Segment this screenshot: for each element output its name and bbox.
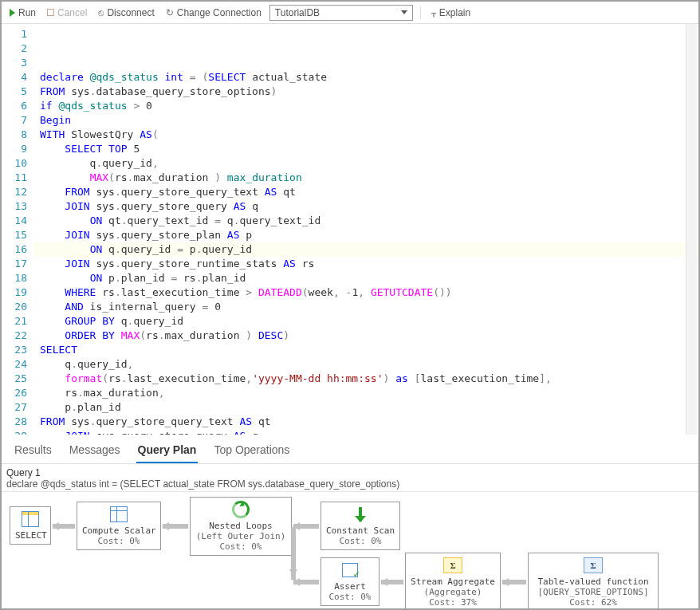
code-line[interactable]: if @qds_status > 0 bbox=[33, 99, 698, 113]
run-label: Run bbox=[18, 7, 36, 18]
code-line[interactable]: SELECT bbox=[33, 343, 698, 357]
compute-scalar-icon bbox=[82, 505, 155, 524]
plan-header: Query 1 declare @qds_status int = (SELEC… bbox=[2, 464, 698, 492]
plan-node-cost: Cost: 0% bbox=[82, 536, 155, 546]
plan-node-tvf[interactable]: Σ Table-valued function [QUERY_STORE_OPT… bbox=[528, 553, 659, 608]
code-line[interactable]: JOIN sys.query_store_runtime_stats AS rs bbox=[33, 257, 698, 271]
database-selected-value: TutorialDB bbox=[275, 7, 320, 18]
disconnect-icon: ⎋ bbox=[98, 7, 104, 18]
code-line[interactable]: JOIN sys.query_store_query AS q bbox=[33, 199, 698, 214]
code-line[interactable]: FROM sys.query_store_query_text AS qt bbox=[33, 185, 698, 199]
plan-node-assert[interactable]: Assert Cost: 0% bbox=[321, 557, 379, 606]
code-line[interactable]: ON qt.query_text_id = q.query_text_id bbox=[33, 214, 698, 228]
query-plan-panel: Query 1 declare @qds_status int = (SELEC… bbox=[2, 464, 698, 608]
plan-node-cost: Cost: 0% bbox=[326, 592, 374, 602]
code-line[interactable]: SELECT TOP 5 bbox=[33, 142, 698, 156]
plan-node-label: Stream Aggregate bbox=[411, 577, 495, 587]
code-line[interactable]: WHERE rs.last_execution_time > DATEADD(w… bbox=[33, 285, 698, 300]
tvf-icon: Σ bbox=[533, 556, 653, 575]
disconnect-label: Disconnect bbox=[107, 7, 154, 18]
disconnect-button[interactable]: ⎋ Disconnect bbox=[95, 6, 157, 20]
plan-node-cost: Cost: 0% bbox=[326, 536, 395, 546]
code-line[interactable]: AND is_internal_query = 0 bbox=[33, 300, 698, 314]
plan-query-number: Query 1 bbox=[6, 467, 694, 478]
plan-node-label: Table-valued function bbox=[533, 577, 653, 587]
explain-icon: ᚁ bbox=[431, 7, 436, 18]
plan-node-label: Constant Scan bbox=[326, 525, 395, 536]
plan-node-subtitle: (Left Outer Join) bbox=[195, 531, 286, 541]
code-line[interactable]: rs.max_duration, bbox=[33, 386, 698, 400]
plan-node-constant-scan[interactable]: Constant Scan Cost: 0% bbox=[321, 502, 400, 550]
sql-editor[interactable]: 1234567891011121314151617181920212223242… bbox=[2, 24, 698, 435]
code-line[interactable]: GROUP BY q.query_id bbox=[33, 314, 698, 329]
explain-label: Explain bbox=[439, 7, 470, 18]
chevron-down-icon bbox=[401, 10, 407, 14]
line-numbers: 1234567891011121314151617181920212223242… bbox=[2, 24, 33, 435]
change-connection-button[interactable]: ↻ Change Connection bbox=[163, 6, 265, 20]
code-line[interactable]: format(rs.last_execution_time,'yyyy-MM-d… bbox=[33, 372, 698, 386]
plan-arrow bbox=[53, 524, 75, 529]
plan-node-subtitle: (Aggregate) bbox=[411, 587, 495, 597]
tab-messages[interactable]: Messages bbox=[68, 439, 122, 463]
plan-canvas[interactable]: SELECT Compute Scalar Cost: 0% Nested Lo… bbox=[2, 492, 698, 608]
plan-node-label: Compute Scalar bbox=[82, 525, 155, 536]
plan-node-compute-scalar[interactable]: Compute Scalar Cost: 0% bbox=[77, 502, 161, 550]
plan-node-subtitle: [QUERY_STORE_OPTIONS] bbox=[533, 587, 653, 597]
play-icon bbox=[10, 9, 15, 17]
database-select[interactable]: TutorialDB bbox=[269, 5, 413, 21]
plan-node-select[interactable]: SELECT bbox=[10, 506, 51, 545]
plan-node-cost: Cost: 0% bbox=[195, 541, 286, 552]
toolbar-separator bbox=[420, 6, 421, 19]
plan-arrow bbox=[163, 524, 188, 529]
plan-arrow bbox=[291, 527, 296, 580]
code-line[interactable]: Begin bbox=[33, 113, 698, 128]
tab-query-plan[interactable]: Query Plan bbox=[136, 439, 199, 463]
change-connection-icon: ↻ bbox=[166, 7, 174, 18]
code-line[interactable]: FROM sys.database_query_store_options) bbox=[33, 85, 698, 99]
nested-loops-icon bbox=[195, 500, 286, 519]
code-area[interactable]: declare @qds_status int = (SELECT actual… bbox=[33, 24, 698, 435]
code-line[interactable]: p.plan_id bbox=[33, 400, 698, 415]
run-button[interactable]: Run bbox=[6, 6, 39, 20]
plan-node-cost: Cost: 62% bbox=[533, 597, 653, 608]
plan-arrow bbox=[293, 524, 319, 529]
plan-node-label: SELECT bbox=[15, 530, 45, 541]
code-line[interactable]: ON p.plan_id = rs.plan_id bbox=[33, 271, 698, 285]
code-line[interactable]: FROM sys.query_store_query_text AS qt bbox=[33, 415, 698, 429]
assert-icon bbox=[326, 561, 374, 580]
code-line[interactable]: WITH SlowestQry AS( bbox=[33, 128, 698, 142]
stream-aggregate-icon: Σ bbox=[411, 556, 495, 575]
cancel-label: Cancel bbox=[57, 7, 87, 18]
stop-icon bbox=[47, 9, 54, 16]
change-connection-label: Change Connection bbox=[177, 7, 262, 18]
code-line[interactable]: JOIN sys.query_store_plan AS p bbox=[33, 228, 698, 242]
constant-scan-icon bbox=[326, 505, 395, 524]
query-toolbar: Run Cancel ⎋ Disconnect ↻ Change Connect… bbox=[2, 2, 698, 24]
plan-node-cost: Cost: 37% bbox=[411, 597, 495, 608]
code-line[interactable]: ON q.query_id = p.query_id bbox=[33, 242, 698, 257]
results-tabs: Results Messages Query Plan Top Operatio… bbox=[2, 435, 698, 464]
code-line[interactable]: q.query_id, bbox=[33, 156, 698, 171]
explain-button[interactable]: ᚁ Explain bbox=[428, 6, 474, 20]
plan-node-label: Assert bbox=[326, 581, 374, 592]
code-line[interactable]: declare @qds_status int = (SELECT actual… bbox=[33, 70, 698, 85]
plan-node-nested-loops[interactable]: Nested Loops (Left Outer Join) Cost: 0% bbox=[190, 497, 292, 556]
code-line[interactable]: ORDER BY MAX(rs.max_duration ) DESC) bbox=[33, 329, 698, 343]
tab-results[interactable]: Results bbox=[13, 439, 53, 463]
tab-top-operations[interactable]: Top Operations bbox=[212, 439, 291, 463]
plan-arrow bbox=[381, 580, 403, 584]
plan-query-text: declare @qds_status int = (SELECT actual… bbox=[6, 478, 694, 490]
scrollbar[interactable] bbox=[686, 24, 697, 435]
plan-node-stream-aggregate[interactable]: Σ Stream Aggregate (Aggregate) Cost: 37% bbox=[405, 553, 501, 608]
code-line[interactable]: q.query_id, bbox=[33, 357, 698, 372]
select-icon bbox=[15, 510, 45, 529]
code-line[interactable]: JOIN sys.query_store_query AS q bbox=[33, 429, 698, 435]
plan-node-label: Nested Loops bbox=[195, 521, 286, 531]
plan-arrow bbox=[502, 580, 526, 584]
code-line[interactable]: MAX(rs.max_duration ) max_duration bbox=[33, 171, 698, 185]
cancel-button[interactable]: Cancel bbox=[44, 6, 90, 20]
